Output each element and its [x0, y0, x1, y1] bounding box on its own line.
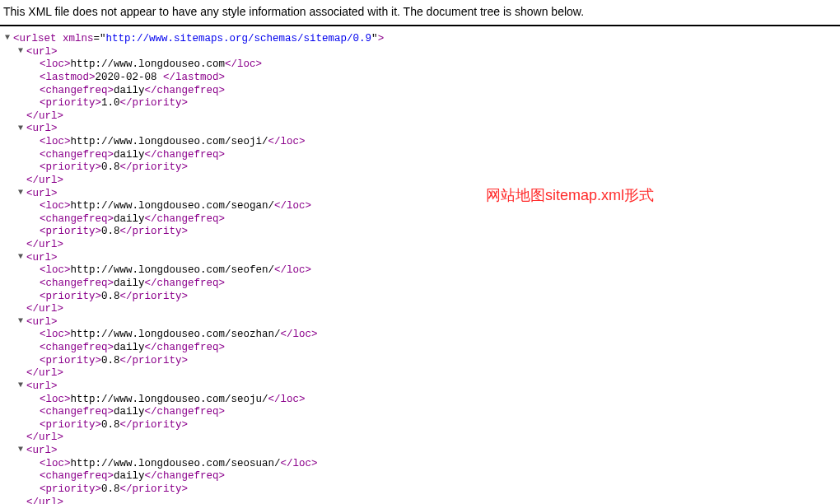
- url-changefreq-4: <changefreq>daily</changefreq>: [5, 342, 840, 355]
- url-loc-2: <loc>http://www.longdouseo.com/seogan/</…: [5, 200, 840, 213]
- caret-down-icon[interactable]: ▼: [18, 380, 26, 391]
- url-close-0: </url>: [5, 110, 840, 124]
- caret-spacer: [31, 201, 40, 212]
- url-open-1[interactable]: ▼<url>: [5, 123, 840, 136]
- url-close-6: </url>: [5, 497, 840, 505]
- caret-down-icon[interactable]: ▼: [18, 445, 26, 455]
- url-priority-6: <priority>0.8</priority>: [5, 483, 840, 497]
- xml-tree: ▼<urlset xmlns="http://www.sitemaps.org/…: [0, 26, 840, 504]
- url-open-3[interactable]: ▼<url>: [5, 252, 840, 265]
- caret-spacer: [31, 419, 40, 430]
- url-changefreq-1: <changefreq>daily</changefreq>: [5, 149, 840, 162]
- caret-spacer: [31, 149, 40, 160]
- caret-spacer: [18, 432, 26, 443]
- caret-down-icon[interactable]: ▼: [18, 46, 26, 57]
- url-open-0[interactable]: ▼<url>: [5, 46, 840, 59]
- url-loc-6: <loc>http://www.longdouseo.com/seosuan/<…: [5, 458, 840, 471]
- url-priority-1: <priority>0.8</priority>: [5, 161, 840, 175]
- url-open-5[interactable]: ▼<url>: [5, 380, 840, 394]
- url-changefreq-3: <changefreq>daily</changefreq>: [5, 278, 840, 291]
- url-lastmod-0: <lastmod>2020-02-08 </lastmod>: [5, 72, 840, 85]
- caret-spacer: [31, 329, 40, 340]
- url-open-2[interactable]: ▼<url>: [5, 188, 840, 201]
- caret-spacer: [31, 278, 40, 288]
- url-changefreq-0: <changefreq>daily</changefreq>: [5, 85, 840, 98]
- url-priority-3: <priority>0.8</priority>: [5, 291, 840, 304]
- url-priority-5: <priority>0.8</priority>: [5, 419, 840, 432]
- caret-spacer: [31, 72, 40, 82]
- caret-down-icon[interactable]: ▼: [5, 33, 13, 44]
- caret-spacer: [18, 239, 26, 250]
- caret-spacer: [31, 291, 40, 301]
- caret-spacer: [31, 136, 40, 147]
- url-close-2: </url>: [5, 239, 840, 252]
- url-loc-3: <loc>http://www.longdouseo.com/seofen/</…: [5, 264, 840, 278]
- caret-spacer: [31, 213, 40, 224]
- url-close-4: </url>: [5, 367, 840, 380]
- caret-down-icon[interactable]: ▼: [18, 124, 26, 134]
- caret-spacer: [18, 175, 26, 185]
- url-changefreq-6: <changefreq>daily</changefreq>: [5, 470, 840, 483]
- url-changefreq-2: <changefreq>daily</changefreq>: [5, 213, 840, 226]
- url-close-3: </url>: [5, 303, 840, 316]
- caret-down-icon[interactable]: ▼: [18, 316, 26, 327]
- caret-spacer: [31, 226, 40, 237]
- url-open-6[interactable]: ▼<url>: [5, 445, 840, 458]
- caret-down-icon[interactable]: ▼: [18, 188, 26, 198]
- urlset-open-tag[interactable]: ▼<urlset xmlns="http://www.sitemaps.org/…: [5, 33, 840, 46]
- caret-spacer: [31, 98, 40, 109]
- url-loc-5: <loc>http://www.longdouseo.com/seoju/</l…: [5, 394, 840, 407]
- url-loc-4: <loc>http://www.longdouseo.com/seozhan/<…: [5, 329, 840, 342]
- caret-spacer: [18, 497, 26, 504]
- caret-spacer: [31, 265, 40, 276]
- url-close-5: </url>: [5, 432, 840, 445]
- caret-spacer: [31, 355, 40, 366]
- caret-spacer: [31, 85, 40, 96]
- url-priority-2: <priority>0.8</priority>: [5, 226, 840, 239]
- caret-spacer: [31, 59, 40, 70]
- caret-spacer: [18, 110, 26, 121]
- caret-spacer: [18, 304, 26, 315]
- caret-spacer: [31, 394, 40, 404]
- url-priority-0: <priority>1.0</priority>: [5, 97, 840, 110]
- url-open-4[interactable]: ▼<url>: [5, 316, 840, 329]
- caret-spacer: [31, 458, 40, 469]
- url-loc-0: <loc>http://www.longdouseo.com</loc>: [5, 58, 840, 72]
- url-close-1: </url>: [5, 175, 840, 188]
- caret-spacer: [31, 162, 40, 173]
- caret-spacer: [31, 483, 40, 494]
- caret-spacer: [31, 471, 40, 482]
- url-changefreq-5: <changefreq>daily</changefreq>: [5, 406, 840, 419]
- xml-no-style-message: This XML file does not appear to have an…: [0, 0, 840, 26]
- url-priority-4: <priority>0.8</priority>: [5, 355, 840, 368]
- caret-down-icon[interactable]: ▼: [18, 252, 26, 263]
- caret-spacer: [18, 368, 26, 379]
- caret-spacer: [31, 407, 40, 418]
- caret-spacer: [31, 342, 40, 352]
- url-loc-1: <loc>http://www.longdouseo.com/seoji/</l…: [5, 136, 840, 149]
